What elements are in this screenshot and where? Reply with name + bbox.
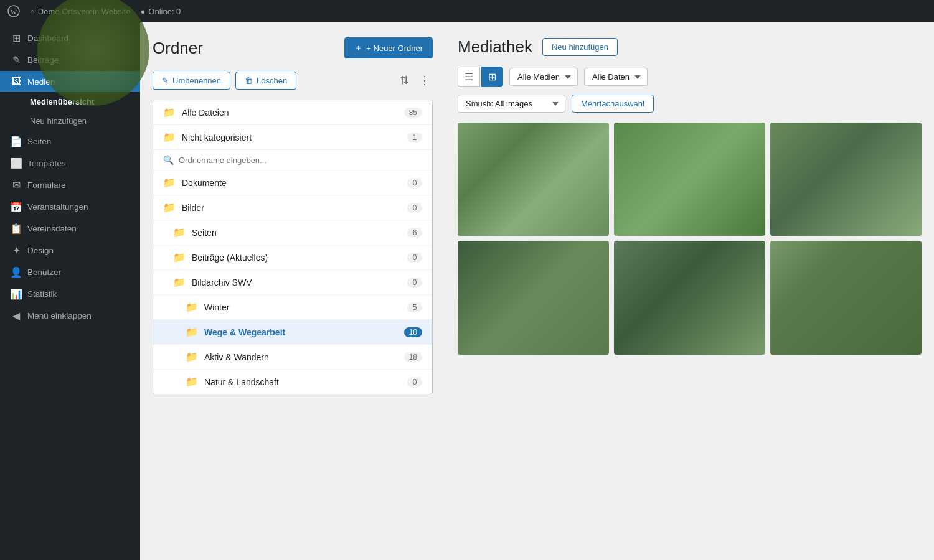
grid-view-icon: ⊞ <box>488 72 496 82</box>
folder-beitraege-aktuelles[interactable]: 📁 Beiträge (Aktuelles) 0 <box>153 245 432 270</box>
filter-medien-select[interactable]: Alle Medien Bilder Audio Video Dokumente <box>509 68 578 86</box>
mediathek-controls-row2: Smush: All images Smush: Optimiert Smush… <box>458 95 922 113</box>
sidebar-label-seiten: Seiten <box>27 137 51 146</box>
folder-icon-bilder: 📁 <box>163 202 176 213</box>
site-name: Demo Ortsverein Website <box>38 7 131 16</box>
sidebar-item-design[interactable]: ✦ Design <box>0 240 140 261</box>
folder-alle-dateien[interactable]: 📁 Alle Dateien 85 <box>153 100 432 125</box>
folder-count-aktiv: 18 <box>404 352 422 362</box>
neu-hinzufuegen-button[interactable]: Neu hinzufügen <box>542 38 618 56</box>
sidebar-submenu-medien: Medienübersicht Neu hinzufügen <box>0 92 140 131</box>
view-toggle: ☰ ⊞ <box>458 67 503 87</box>
folder-seiten[interactable]: 📁 Seiten 6 <box>153 220 432 245</box>
image-cell-6[interactable] <box>770 241 922 354</box>
mehrfachauswahl-button[interactable]: Mehrfachauswahl <box>572 95 654 113</box>
mehrfachauswahl-label: Mehrfachauswahl <box>581 99 644 108</box>
neuer-ordner-button[interactable]: ＋ + Neuer Ordner <box>344 37 433 58</box>
home-icon: ⌂ <box>30 7 35 16</box>
folder-name-natur: Natur & Landschaft <box>204 377 407 387</box>
sort-icon[interactable]: ⇅ <box>397 71 412 90</box>
folder-icon-dokumente: 📁 <box>163 177 176 189</box>
design-icon: ✦ <box>10 245 22 256</box>
sidebar-item-benutzer[interactable]: 👤 Benutzer <box>0 261 140 283</box>
site-name-link[interactable]: ⌂ Demo Ortsverein Website <box>30 7 130 16</box>
wp-logo-icon: W <box>7 5 20 17</box>
folder-icon-natur: 📁 <box>186 376 198 388</box>
folder-nicht-kategorisiert[interactable]: 📁 Nicht kategorisiert 1 <box>153 125 432 150</box>
sidebar-subitem-neu-hinzufuegen[interactable]: Neu hinzufügen <box>0 111 140 131</box>
mediathek-header: Mediathek Neu hinzufügen <box>458 37 922 57</box>
sidebar-subitem-medienuebersicht[interactable]: Medienübersicht <box>0 92 140 111</box>
smush-filter-select[interactable]: Smush: All images Smush: Optimiert Smush… <box>458 95 565 113</box>
sidebar-item-templates[interactable]: ⬜ Templates <box>0 152 140 174</box>
folder-count-nicht-kategorisiert: 1 <box>407 133 422 142</box>
folder-wege-wegearbeit[interactable]: 📁 Wege & Wegearbeit 10 <box>153 320 432 345</box>
online-label: Online: 0 <box>148 7 181 16</box>
sidebar-item-statistik[interactable]: 📊 Statistik <box>0 283 140 305</box>
folder-name-seiten: Seiten <box>192 228 407 238</box>
folder-icon-wege: 📁 <box>186 326 198 338</box>
image-cell-3[interactable] <box>770 123 922 236</box>
sidebar-item-dashboard[interactable]: ⊞ Dashboard <box>0 27 140 49</box>
folder-count-winter: 5 <box>407 302 422 312</box>
ordner-panel: Ordner ＋ + Neuer Ordner ✎ Umbenennen 🗑 L… <box>140 22 445 560</box>
sidebar-item-menue-einklappen[interactable]: ◀ Menü einklappen <box>0 305 140 327</box>
image-cell-5[interactable] <box>614 241 765 354</box>
view-list-button[interactable]: ☰ <box>458 67 480 87</box>
sidebar-item-vereinsdaten[interactable]: 📋 Vereinsdaten <box>0 218 140 240</box>
image-cell-1[interactable] <box>458 123 609 236</box>
topbar: W ⌂ Demo Ortsverein Website ● Online: 0 <box>0 0 934 22</box>
folder-name-nicht-kategorisiert: Nicht kategorisiert <box>182 133 407 142</box>
online-status: ● Online: 0 <box>140 7 181 16</box>
folder-count-bildarchiv: 0 <box>407 278 422 287</box>
sidebar-item-beitraege[interactable]: ✎ Beiträge <box>0 49 140 71</box>
sidebar-label-vereinsdaten: Vereinsdaten <box>27 224 77 233</box>
folder-name-alle-dateien: Alle Dateien <box>182 108 404 118</box>
statistik-icon: 📊 <box>10 288 22 300</box>
seiten-icon: 📄 <box>10 136 22 147</box>
folder-count-natur: 0 <box>407 377 422 387</box>
umbenennen-button[interactable]: ✎ Umbenennen <box>153 72 230 90</box>
folder-search-input[interactable] <box>179 156 422 165</box>
folder-icon-seiten: 📁 <box>173 226 186 238</box>
beitraege-icon: ✎ <box>10 54 22 66</box>
wp-logo-link[interactable]: W <box>7 5 20 17</box>
templates-icon: ⬜ <box>10 157 22 169</box>
svg-text:W: W <box>11 8 17 16</box>
search-icon: 🔍 <box>163 155 174 165</box>
umbenennen-label: Umbenennen <box>172 76 221 85</box>
filter-datum-select[interactable]: Alle Daten 2024 2023 2022 <box>584 68 648 86</box>
folder-count-bilder: 0 <box>407 203 422 213</box>
folder-name-winter: Winter <box>204 302 407 312</box>
folder-bilder[interactable]: 📁 Bilder 0 <box>153 195 432 220</box>
view-grid-button[interactable]: ⊞ <box>481 67 503 87</box>
medien-icon: 🖼 <box>10 76 22 87</box>
dashboard-icon: ⊞ <box>10 32 22 44</box>
folder-winter[interactable]: 📁 Winter 5 <box>153 295 432 320</box>
loeschen-label: Löschen <box>257 76 287 85</box>
more-icon[interactable]: ⋮ <box>417 71 433 90</box>
folder-list: 📁 Alle Dateien 85 📁 Nicht kategorisiert … <box>153 100 433 394</box>
folder-search-row: 🔍 <box>153 150 432 170</box>
sidebar-item-veranstaltungen[interactable]: 📅 Veranstaltungen <box>0 196 140 218</box>
sidebar-label-templates: Templates <box>27 159 66 168</box>
sidebar-item-medien[interactable]: 🖼 Medien <box>0 71 140 92</box>
folder-icon-nicht-kategorisiert: 📁 <box>163 131 176 143</box>
ordner-header: Ordner ＋ + Neuer Ordner <box>153 37 433 58</box>
image-cell-4[interactable] <box>458 241 609 354</box>
folder-dokumente[interactable]: 📁 Dokumente 0 <box>153 170 432 195</box>
sidebar-item-formulare[interactable]: ✉ Formulare <box>0 174 140 196</box>
folder-name-beitraege-aktuelles: Beiträge (Aktuelles) <box>192 253 407 263</box>
medienuebersicht-label: Medienübersicht <box>30 97 94 106</box>
image-cell-2[interactable] <box>614 123 765 236</box>
folder-name-aktiv: Aktiv & Wandern <box>204 352 404 362</box>
folder-bildarchiv-swv[interactable]: 📁 Bildarchiv SWV 0 <box>153 270 432 295</box>
folder-name-bildarchiv: Bildarchiv SWV <box>192 278 407 287</box>
folder-count-beitraege-aktuelles: 0 <box>407 253 422 263</box>
folder-icon-aktiv: 📁 <box>186 351 198 363</box>
folder-aktiv-wandern[interactable]: 📁 Aktiv & Wandern 18 <box>153 345 432 370</box>
loeschen-button[interactable]: 🗑 Löschen <box>235 72 296 90</box>
folder-count-seiten: 6 <box>407 228 422 238</box>
folder-natur-landschaft[interactable]: 📁 Natur & Landschaft 0 <box>153 370 432 394</box>
sidebar-item-seiten[interactable]: 📄 Seiten <box>0 131 140 152</box>
